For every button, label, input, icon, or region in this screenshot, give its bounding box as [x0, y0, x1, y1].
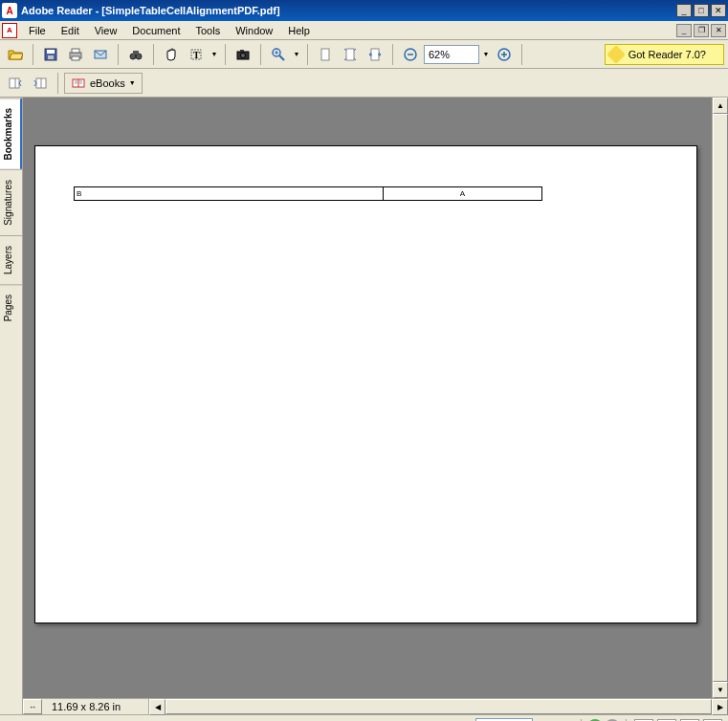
save-button[interactable] — [39, 43, 62, 66]
ebooks-button[interactable]: eBooks ▼ — [64, 73, 143, 94]
svg-rect-9 — [133, 51, 139, 55]
first-page-button[interactable]: I◀ — [433, 718, 452, 722]
vertical-scrollbar[interactable]: ▲ ▼ — [712, 98, 728, 698]
svg-rect-4 — [72, 49, 79, 53]
hand-icon — [164, 47, 179, 62]
menu-edit[interactable]: Edit — [54, 23, 87, 38]
svg-point-13 — [241, 53, 246, 57]
ebook-next-button[interactable] — [29, 72, 52, 95]
table-row: B A — [75, 187, 542, 201]
select-text-button[interactable]: T — [185, 43, 208, 66]
svg-rect-19 — [321, 49, 329, 60]
bottom-bar: ↔ 11.69 x 8.26 in ◀ ▶ — [23, 698, 728, 714]
svg-rect-21 — [371, 49, 379, 60]
main-toolbar: T ▼ ▼ ▼ Got Reader 7.0? — [0, 40, 728, 69]
tab-pages[interactable]: Pages — [0, 284, 22, 331]
svg-text:T: T — [193, 50, 200, 60]
zoom-input[interactable] — [424, 45, 479, 64]
book-left-icon — [8, 76, 23, 91]
folder-open-icon — [8, 47, 23, 62]
document-viewport[interactable]: ▶ B A ▲ ▼ — [23, 98, 728, 698]
separator — [57, 73, 58, 94]
printer-icon — [68, 47, 83, 62]
zoom-in-icon — [271, 47, 286, 62]
doc-minimize-button[interactable]: _ — [676, 24, 692, 37]
separator — [307, 44, 308, 65]
fit-page-button[interactable] — [339, 43, 362, 66]
print-button[interactable] — [64, 43, 87, 66]
minus-circle-icon — [403, 47, 418, 62]
separator — [260, 44, 261, 65]
zoom-tool-dropdown[interactable]: ▼ — [292, 43, 301, 66]
scroll-thumb[interactable] — [713, 114, 728, 682]
statusbar: I◀ ◀ ▶ ▶I ◀ ▶ — [0, 714, 728, 721]
menu-document[interactable]: Document — [124, 23, 188, 38]
menu-tools[interactable]: Tools — [188, 23, 229, 38]
svg-rect-27 — [10, 78, 19, 88]
last-page-button[interactable]: ▶I — [556, 718, 575, 722]
scroll-down-button[interactable]: ▼ — [713, 682, 728, 698]
maximize-button[interactable]: □ — [694, 4, 709, 17]
snapshot-button[interactable] — [232, 43, 254, 66]
actual-size-button[interactable] — [314, 43, 337, 66]
doc-close-button[interactable]: ✕ — [711, 24, 726, 37]
horizontal-scrollbar[interactable]: ◀ ▶ — [149, 699, 728, 714]
fit-width-icon — [367, 47, 383, 62]
close-button[interactable]: ✕ — [711, 4, 726, 17]
app-icon: A — [2, 3, 17, 18]
side-panel: Bookmarks Signatures Layers Pages — [0, 98, 23, 714]
binoculars-icon — [128, 47, 143, 62]
camera-icon — [235, 47, 251, 62]
svg-line-16 — [279, 55, 284, 60]
doc-restore-button[interactable]: ❐ — [694, 24, 709, 37]
hscroll-thumb[interactable] — [165, 699, 712, 714]
promo-banner[interactable]: Got Reader 7.0? — [605, 44, 724, 65]
svg-rect-5 — [72, 56, 79, 60]
menu-view[interactable]: View — [87, 23, 125, 38]
text-select-icon: T — [188, 47, 204, 62]
separator — [33, 44, 33, 65]
envelope-icon — [93, 47, 108, 62]
window-title: Adobe Reader - [SimpleTableCellAlignment… — [21, 5, 676, 16]
scroll-right-button[interactable]: ▶ — [712, 699, 728, 715]
scroll-left-button[interactable]: ◀ — [149, 699, 165, 715]
menu-help[interactable]: Help — [280, 23, 318, 38]
zoom-out-button[interactable] — [399, 43, 422, 66]
pdf-page: B A — [34, 145, 697, 623]
ebook-prev-button[interactable] — [4, 72, 27, 95]
promo-label: Got Reader 7.0? — [629, 49, 706, 60]
zoom-in-button-2[interactable] — [493, 43, 516, 66]
secondary-toolbar: eBooks ▼ — [0, 69, 728, 98]
open-button[interactable] — [4, 43, 27, 66]
separator — [392, 44, 393, 65]
separator — [153, 44, 154, 65]
tab-layers[interactable]: Layers — [0, 235, 22, 284]
plus-circle-icon — [496, 47, 512, 62]
prev-page-button[interactable]: ◀ — [454, 718, 474, 722]
hand-tool-button[interactable] — [160, 43, 183, 66]
select-dropdown[interactable]: ▼ — [210, 43, 219, 66]
document-icon: A — [2, 23, 17, 38]
scroll-up-button[interactable]: ▲ — [713, 98, 728, 114]
menu-window[interactable]: Window — [228, 23, 280, 38]
tab-signatures[interactable]: Signatures — [0, 169, 22, 235]
menu-file[interactable]: File — [21, 23, 54, 38]
separator — [521, 44, 522, 65]
page-dimensions: 11.69 x 8.26 in — [42, 699, 149, 714]
search-button[interactable] — [124, 43, 147, 66]
page-number-input[interactable] — [475, 718, 533, 722]
zoom-dropdown[interactable]: ▼ — [481, 43, 491, 66]
email-button[interactable] — [89, 43, 112, 66]
document-area: ▶ B A ▲ ▼ ↔ 11.69 x 8.26 in ◀ — [23, 98, 728, 714]
minimize-button[interactable]: _ — [676, 4, 692, 17]
next-page-button[interactable]: ▶ — [535, 718, 554, 722]
fit-width-button[interactable] — [364, 43, 386, 66]
ebooks-icon — [71, 76, 86, 91]
separator — [225, 44, 226, 65]
chevron-down-icon: ▼ — [129, 79, 136, 86]
dimensions-toggle[interactable]: ↔ — [23, 699, 42, 714]
fit-page-icon — [342, 47, 358, 62]
tab-bookmarks[interactable]: Bookmarks — [0, 98, 22, 169]
svg-rect-14 — [240, 50, 244, 52]
zoom-in-button[interactable] — [267, 43, 290, 66]
